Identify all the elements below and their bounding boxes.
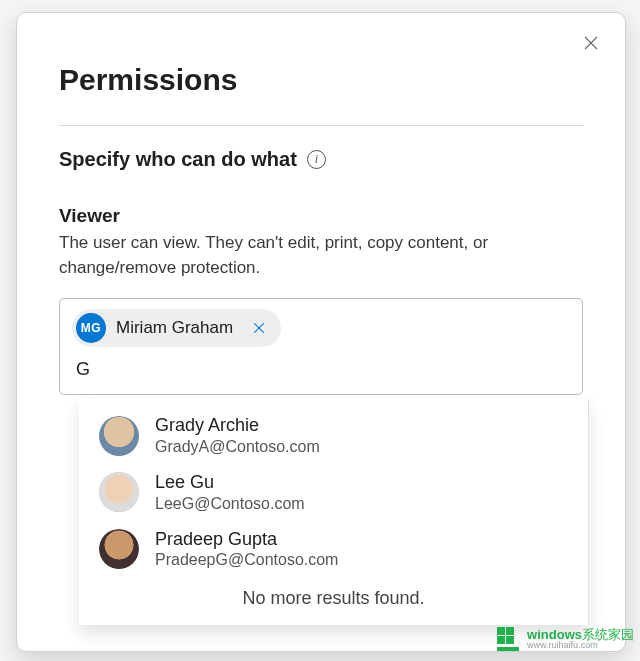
dialog-title: Permissions — [59, 63, 583, 97]
suggestion-name: Lee Gu — [155, 472, 305, 494]
subheading-row: Specify who can do what i — [59, 148, 583, 171]
dialog-content: Permissions Specify who can do what i Vi… — [17, 13, 625, 625]
viewer-people-input[interactable]: MG Miriam Graham — [59, 298, 583, 395]
suggestion-name: Pradeep Gupta — [155, 529, 338, 551]
avatar — [99, 472, 139, 512]
suggestion-name: Grady Archie — [155, 415, 320, 437]
suggestion-email: GradyA@Contoso.com — [155, 437, 320, 456]
close-icon — [582, 34, 600, 52]
suggestion-email: LeeG@Contoso.com — [155, 494, 305, 513]
people-search-input[interactable] — [72, 357, 570, 382]
chip-remove-button[interactable] — [247, 316, 271, 340]
chip-name: Miriam Graham — [116, 318, 233, 338]
people-suggestions-dropdown: Grady Archie GradyA@Contoso.com Lee Gu L… — [79, 399, 589, 624]
close-button[interactable] — [577, 29, 605, 57]
avatar — [99, 416, 139, 456]
permissions-dialog: Permissions Specify who can do what i Vi… — [16, 12, 626, 652]
avatar — [99, 529, 139, 569]
suggestion-email: PradeepG@Contoso.com — [155, 550, 338, 569]
divider — [59, 125, 583, 126]
close-icon — [252, 321, 266, 335]
suggestion-item[interactable]: Lee Gu LeeG@Contoso.com — [79, 464, 588, 521]
suggestion-item[interactable]: Pradeep Gupta PradeepG@Contoso.com — [79, 521, 588, 578]
info-icon[interactable]: i — [307, 150, 326, 169]
no-more-results: No more results found. — [79, 578, 588, 613]
subheading: Specify who can do what — [59, 148, 297, 171]
viewer-description: The user can view. They can't edit, prin… — [59, 231, 559, 280]
chip-avatar: MG — [76, 313, 106, 343]
viewer-heading: Viewer — [59, 205, 583, 227]
suggestion-item[interactable]: Grady Archie GradyA@Contoso.com — [79, 407, 588, 464]
person-chip: MG Miriam Graham — [72, 309, 281, 347]
